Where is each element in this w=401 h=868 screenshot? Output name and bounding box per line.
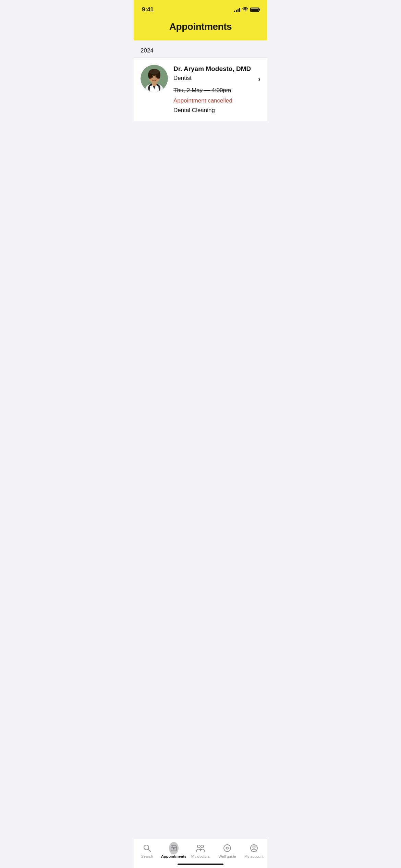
svg-point-12 <box>149 78 152 80</box>
battery-icon <box>250 8 259 12</box>
chevron-right-icon[interactable]: › <box>258 75 260 83</box>
appointment-card[interactable]: Dr. Aryam Modesto, DMD Dentist › Thu, 2 … <box>134 58 267 121</box>
appointment-datetime: Thu, 2 May — 4:00pm <box>173 87 260 94</box>
doctor-name: Dr. Aryam Modesto, DMD <box>173 65 251 73</box>
doctor-avatar <box>141 65 168 92</box>
year-section: 2024 <box>134 40 267 58</box>
status-time: 9:41 <box>142 6 154 13</box>
page-header: Appointments <box>134 17 267 40</box>
svg-point-9 <box>149 69 159 74</box>
year-label: 2024 <box>141 47 154 54</box>
avatar-image <box>141 65 168 92</box>
appointment-type: Dental Cleaning <box>173 107 260 114</box>
status-icons <box>234 7 259 13</box>
svg-point-11 <box>156 76 157 78</box>
doctor-specialty: Dentist <box>173 75 251 82</box>
status-bar: 9:41 <box>134 0 267 17</box>
svg-point-10 <box>151 76 153 78</box>
svg-point-13 <box>156 78 159 80</box>
wifi-icon <box>242 7 248 13</box>
appointment-status: Appointment cancelled <box>173 97 260 104</box>
signal-bars-icon <box>234 7 240 12</box>
empty-content-area <box>134 121 267 292</box>
appointment-info: Dr. Aryam Modesto, DMD Dentist › Thu, 2 … <box>173 65 260 114</box>
page-title: Appointments <box>141 21 260 32</box>
